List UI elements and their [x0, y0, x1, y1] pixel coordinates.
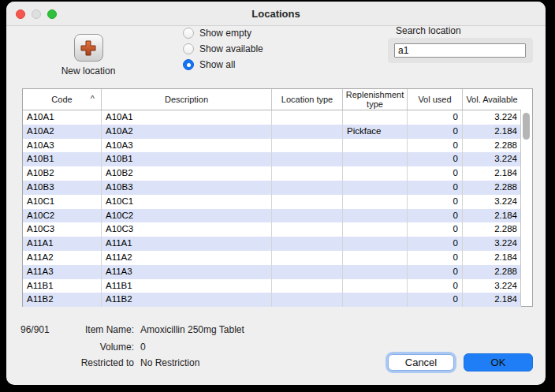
cell-description: A10C2 — [102, 209, 272, 223]
radio-show-available[interactable]: Show available — [183, 43, 263, 55]
cell-code: A11A1 — [23, 237, 102, 251]
radio-circle-show-all[interactable] — [183, 59, 194, 70]
cell-location_type — [272, 209, 343, 223]
cell-vol_used: 0 — [408, 152, 463, 166]
title-bar: Locations — [6, 2, 546, 26]
search-location-label: Search location — [396, 25, 461, 36]
table-row[interactable]: A11A2A11A202.184 — [23, 251, 521, 265]
cell-vol_used: 0 — [408, 166, 463, 181]
cell-vol_available: 2.184 — [463, 293, 521, 307]
cell-location_type — [272, 166, 343, 181]
radio-label-show-empty: Show empty — [199, 28, 251, 39]
table-row[interactable]: A10A2A10A2Pickface02.184 — [23, 125, 521, 139]
locations-dialog: Locations New location Show — [6, 2, 546, 385]
cell-location_type — [272, 139, 343, 153]
cell-replenishment_type — [343, 279, 408, 293]
zoom-button[interactable] — [47, 9, 57, 19]
cell-vol_used: 0 — [408, 265, 463, 279]
cell-code: A10A1 — [23, 110, 102, 125]
cell-vol_used: 0 — [408, 237, 463, 251]
table-row[interactable]: A11B1A11B103.224 — [23, 279, 521, 293]
cell-vol_available: 3.224 — [463, 195, 521, 209]
cell-vol_available: 2.288 — [463, 139, 521, 153]
traffic-lights — [16, 9, 57, 19]
cell-replenishment_type — [343, 152, 408, 166]
radio-circle-show-empty[interactable] — [183, 28, 194, 39]
new-location-icon-button[interactable] — [74, 34, 103, 62]
cell-vol_available: 2.184 — [463, 125, 521, 139]
new-location-label: New location — [49, 65, 128, 77]
table-row[interactable]: A10B2A10B202.184 — [23, 166, 521, 181]
table-body: A10A1A10A103.224A10A2A10A2Pickface02.184… — [23, 110, 521, 307]
cell-vol_available: 2.288 — [463, 265, 521, 279]
cell-vol_available: 3.224 — [463, 152, 521, 166]
table-row[interactable]: A10C1A10C103.224 — [23, 195, 521, 209]
cell-code: A10C3 — [23, 222, 102, 237]
cell-location_type — [272, 251, 343, 265]
vertical-scrollbar[interactable] — [520, 110, 532, 306]
table-row[interactable]: A10A1A10A103.224 — [23, 110, 521, 125]
cell-vol_available: 2.184 — [463, 251, 521, 265]
table-row[interactable]: A10C3A10C302.288 — [23, 222, 521, 237]
cell-code: A10B1 — [23, 152, 102, 166]
table-row[interactable]: A10A3A10A302.288 — [23, 139, 521, 153]
cell-vol_used: 0 — [408, 110, 463, 125]
cell-vol_available: 2.184 — [463, 166, 521, 181]
cell-vol_used: 0 — [408, 125, 463, 139]
column-header-location_type[interactable]: Location type — [272, 89, 343, 110]
radio-show-all[interactable]: Show all — [183, 58, 235, 71]
cell-location_type — [272, 181, 343, 195]
search-location-input[interactable] — [394, 43, 526, 58]
cell-code: A10C1 — [23, 195, 102, 209]
cell-replenishment_type — [343, 237, 408, 251]
cell-description: A11A1 — [102, 237, 272, 251]
cell-code: A10B3 — [23, 181, 102, 195]
column-header-vol_used[interactable]: Vol used — [408, 89, 463, 110]
cell-replenishment_type — [343, 293, 408, 307]
cell-location_type — [272, 125, 343, 139]
table-row[interactable]: A10B1A10B103.224 — [23, 152, 521, 166]
cell-description: A10C1 — [102, 195, 272, 209]
cell-description: A10C3 — [102, 222, 272, 237]
table-row[interactable]: A11A3A11A302.288 — [23, 265, 521, 279]
ok-button[interactable]: OK — [464, 353, 533, 371]
cell-vol_used: 0 — [408, 209, 463, 223]
table-row[interactable]: A10C2A10C202.184 — [23, 209, 521, 223]
cell-vol_available: 3.224 — [463, 110, 521, 125]
cell-replenishment_type — [343, 222, 408, 237]
radio-circle-show-available[interactable] — [183, 43, 194, 54]
column-header-replenishment_type[interactable]: Replenishment type — [343, 89, 408, 110]
table-row[interactable]: A10B3A10B302.288 — [23, 181, 521, 195]
cell-vol_used: 0 — [408, 181, 463, 195]
cell-replenishment_type — [343, 251, 408, 265]
cell-description: A10A2 — [102, 125, 272, 139]
column-header-code[interactable]: Code^ — [23, 89, 102, 110]
table-row[interactable]: A11B2A11B202.184 — [23, 293, 521, 307]
minimize-button[interactable] — [32, 9, 41, 19]
restricted-to-label: Restricted to — [38, 357, 134, 368]
cell-vol_used: 0 — [408, 222, 463, 237]
scrollbar-thumb[interactable] — [523, 113, 530, 140]
sort-ascending-icon: ^ — [91, 94, 95, 103]
cell-location_type — [272, 279, 343, 293]
cell-replenishment_type: Pickface — [343, 125, 408, 139]
cell-location_type — [272, 293, 343, 307]
cell-code: A10C2 — [23, 209, 102, 223]
cell-description: A10B2 — [102, 166, 272, 181]
cell-replenishment_type — [343, 181, 408, 195]
radio-show-empty[interactable]: Show empty — [183, 27, 251, 39]
new-location-button[interactable]: New location — [49, 34, 128, 77]
table-row[interactable]: A11A1A11A103.224 — [23, 237, 521, 251]
column-header-vol_available[interactable]: Vol. Available — [463, 89, 521, 110]
cancel-button[interactable]: Cancel — [388, 354, 454, 371]
cell-code: A10B2 — [23, 166, 102, 181]
cell-description: A11B2 — [102, 293, 272, 307]
column-header-description[interactable]: Description — [102, 89, 272, 110]
cell-description: A10A3 — [102, 139, 272, 153]
close-button[interactable] — [16, 9, 25, 19]
table-header-row: Code^DescriptionLocation typeReplenishme… — [23, 89, 521, 110]
cell-description: A11B1 — [102, 279, 272, 293]
cell-replenishment_type — [343, 265, 408, 279]
cell-code: A11A2 — [23, 251, 102, 265]
cell-location_type — [272, 222, 343, 237]
